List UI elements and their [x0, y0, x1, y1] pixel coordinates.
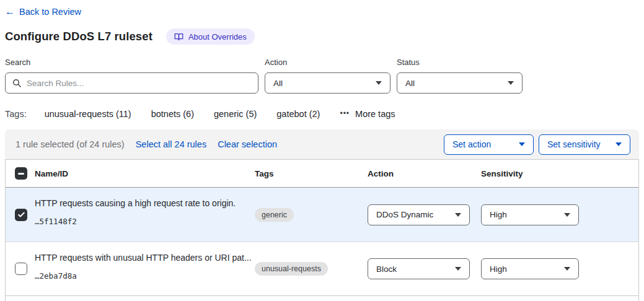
rules-table: Name/ID Tags Action Sensitivity HTTP req…	[5, 159, 639, 301]
action-filter-group: Action All	[265, 58, 390, 94]
row-checkbox-checked[interactable]	[15, 209, 27, 221]
status-filter-value: All	[405, 79, 415, 88]
tag-filter-botnets[interactable]: botnets (6)	[151, 109, 194, 119]
rule-action-value: Block	[376, 264, 397, 274]
chevron-down-icon	[455, 213, 461, 217]
row-checkbox-unchecked[interactable]	[15, 263, 27, 275]
rule-id: …5f1148f2	[35, 217, 255, 226]
tag-filter-unusual-requests[interactable]: unusual-requests (11)	[45, 109, 131, 119]
table-row: HTTP requests causing a high request rat…	[6, 188, 638, 242]
column-header-action: Action	[368, 169, 481, 178]
status-filter-group: Status All	[397, 58, 523, 94]
filter-bar: Search Action All Status All	[5, 58, 639, 94]
chevron-down-icon	[455, 267, 461, 271]
search-field-group: Search	[5, 58, 258, 94]
rule-action-select[interactable]: Block	[368, 258, 470, 279]
check-icon	[17, 211, 25, 219]
ellipsis-icon: •••	[340, 109, 350, 118]
indeterminate-icon	[18, 173, 24, 175]
chevron-down-icon	[376, 81, 382, 85]
title-row: Configure DDoS L7 ruleset About Override…	[5, 28, 639, 45]
tag-filter-gatebot[interactable]: gatebot (2)	[276, 109, 320, 119]
chevron-down-icon	[508, 81, 514, 85]
back-link-label: Back to Review	[19, 7, 81, 17]
about-overrides-label: About Overrides	[188, 32, 247, 41]
about-overrides-button[interactable]: About Overrides	[166, 28, 255, 45]
book-icon	[174, 32, 183, 41]
selection-summary: 1 rule selected (of 24 rules)	[15, 139, 125, 149]
set-sensitivity-dropdown[interactable]: Set sensitivity	[539, 134, 630, 155]
chevron-down-icon	[519, 142, 525, 146]
rule-tag-pill: generic	[255, 208, 294, 222]
page-title: Configure DDoS L7 ruleset	[5, 30, 152, 43]
search-icon	[12, 78, 22, 90]
set-sensitivity-label: Set sensitivity	[547, 139, 601, 149]
action-filter-select[interactable]: All	[265, 72, 390, 94]
rule-sensitivity-value: High	[490, 210, 507, 219]
back-arrow-icon: ←	[5, 7, 15, 17]
tags-filter-bar: Tags: unusual-requests (11) botnets (6) …	[5, 109, 639, 119]
column-header-sensitivity: Sensitivity	[481, 169, 638, 178]
rule-sensitivity-select[interactable]: High	[481, 204, 579, 225]
table-row: HTTP requests with unusual HTTP headers …	[6, 242, 638, 295]
status-filter-label: Status	[397, 58, 523, 67]
search-label: Search	[5, 58, 258, 67]
set-action-label: Set action	[452, 139, 491, 149]
action-filter-value: All	[273, 79, 283, 88]
bulk-selection-bar: 1 rule selected (of 24 rules) Select all…	[5, 129, 639, 159]
chevron-down-icon	[564, 213, 570, 217]
rule-id: …2eba7d8a	[35, 271, 255, 281]
chevron-down-icon	[564, 267, 570, 271]
tags-label: Tags:	[5, 109, 27, 119]
rule-action-value: DDoS Dynamic	[376, 210, 433, 219]
rule-sensitivity-value: High	[490, 264, 507, 274]
status-filter-select[interactable]: All	[397, 72, 523, 94]
search-input[interactable]	[5, 72, 258, 94]
select-all-link[interactable]: Select all 24 rules	[136, 139, 206, 149]
select-all-checkbox[interactable]	[15, 167, 27, 180]
clear-selection-link[interactable]: Clear selection	[218, 139, 277, 149]
table-row-partial	[6, 295, 638, 301]
tag-filter-generic[interactable]: generic (5)	[214, 109, 257, 119]
rule-action-select[interactable]: DDoS Dynamic	[368, 204, 470, 225]
table-header-row: Name/ID Tags Action Sensitivity	[6, 160, 638, 188]
action-filter-label: Action	[265, 58, 390, 67]
chevron-down-icon	[615, 142, 622, 146]
rules-card: 1 rule selected (of 24 rules) Select all…	[5, 129, 639, 301]
column-header-name-id: Name/ID	[35, 169, 255, 178]
column-header-tags: Tags	[255, 169, 368, 178]
rule-tag-pill: unusual-requests	[255, 262, 328, 276]
rule-name: HTTP requests causing a high request rat…	[35, 198, 255, 209]
rule-sensitivity-select[interactable]: High	[481, 258, 579, 279]
set-action-dropdown[interactable]: Set action	[444, 134, 534, 155]
more-tags-label: More tags	[355, 109, 395, 119]
configure-ddos-ruleset-page: ← Back to Review Configure DDoS L7 rules…	[0, 0, 644, 301]
back-to-review-link[interactable]: ← Back to Review	[5, 7, 81, 17]
rule-name: HTTP requests with unusual HTTP headers …	[35, 252, 255, 264]
more-tags-button[interactable]: ••• More tags	[340, 109, 395, 119]
